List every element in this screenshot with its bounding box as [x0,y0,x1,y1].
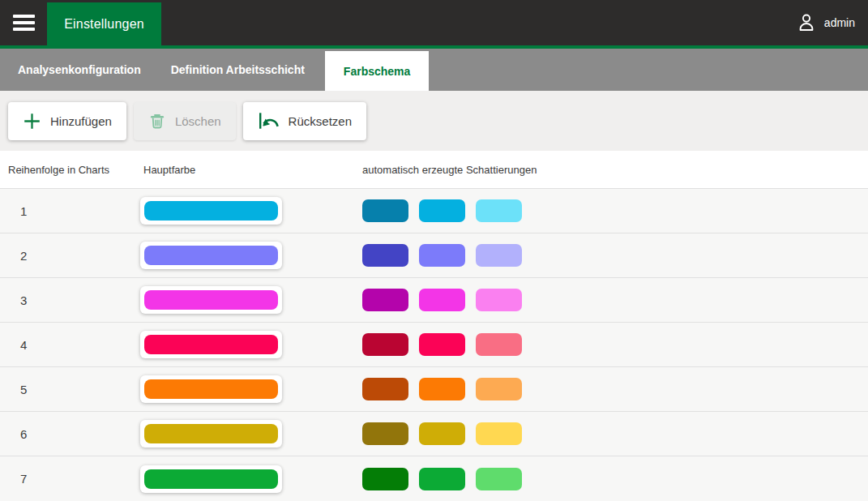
main-color-swatch [144,469,278,489]
shade-group [362,289,868,311]
main-color-swatch [144,246,278,265]
main-color-picker[interactable] [140,286,282,314]
column-header-order: Reihenfolge in Charts [0,164,140,176]
main-color-swatch [144,379,278,399]
shade-swatch-medium [419,289,465,311]
color-row[interactable]: 5 [0,366,868,411]
plus-icon [23,112,41,131]
shade-group [362,244,868,267]
shade-group [362,199,868,222]
shade-swatch-medium [419,378,465,400]
color-row[interactable]: 3 [0,277,868,322]
row-order: 7 [0,472,140,486]
shade-swatch-light [476,378,522,400]
hamburger-menu-icon[interactable] [0,0,47,45]
row-order: 2 [0,249,140,263]
shade-swatch-light [476,468,522,490]
column-header-main-color: Hauptfarbe [140,164,362,176]
shade-swatch-dark [362,378,408,400]
shade-swatch-medium [419,422,465,445]
tab-definition-arbeitsschicht[interactable]: Definition Arbeitsschicht [171,63,305,76]
row-order: 4 [0,338,140,352]
settings-tabbar: Analysenkonfiguration Definition Arbeits… [0,49,868,91]
main-color-swatch [144,335,278,354]
add-button-label: Hinzufügen [50,114,112,128]
color-row[interactable]: 4 [0,322,868,366]
shade-swatch-medium [419,244,465,267]
shade-swatch-light [476,199,522,222]
shade-swatch-light [476,333,522,356]
row-order: 5 [0,383,140,396]
shade-swatch-dark [362,289,408,311]
shade-swatch-dark [362,333,408,356]
user-menu[interactable]: admin [796,0,868,45]
color-table-header: Reihenfolge in Charts Hauptfarbe automat… [0,151,868,188]
main-color-picker[interactable] [140,375,282,403]
color-row[interactable]: 6 [0,411,868,456]
color-row[interactable]: 7 [0,456,868,501]
shade-group [362,378,868,400]
trash-icon [148,112,166,130]
main-color-picker[interactable] [140,242,282,269]
main-color-picker[interactable] [140,197,282,225]
shade-swatch-dark [362,244,408,267]
row-order: 6 [0,427,140,441]
shade-group [362,333,868,356]
shade-swatch-dark [362,199,408,222]
delete-button[interactable]: Löschen [134,102,236,140]
row-order: 3 [0,293,140,307]
undo-icon [258,112,280,130]
shade-swatch-light [476,422,522,445]
shade-swatch-dark [362,422,408,445]
color-row[interactable]: 1 [0,188,868,233]
row-order: 1 [0,204,140,218]
color-row[interactable]: 2 [0,233,868,277]
shade-group [362,422,868,445]
tab-farbschema[interactable]: Farbschema [325,51,429,91]
main-color-swatch [144,290,278,310]
shade-swatch-medium [419,333,465,356]
main-color-swatch [144,424,278,443]
main-color-swatch [144,201,278,221]
color-table-body: 1 2 3 [0,188,868,501]
topbar: Einstellungen admin [0,0,868,45]
shade-swatch-light [476,289,522,311]
shade-group [362,468,868,490]
reset-button-label: Rücksetzen [289,114,352,128]
add-button[interactable]: Hinzufügen [8,102,126,140]
person-icon [796,12,817,33]
shade-swatch-medium [419,199,465,222]
main-color-picker[interactable] [140,331,282,358]
main-color-picker[interactable] [140,420,282,447]
tab-analysenkonfiguration[interactable]: Analysenkonfiguration [18,63,141,76]
column-header-shades: automatisch erzeugte Schattierungen [362,164,868,176]
shade-swatch-light [476,244,522,267]
shade-swatch-dark [362,468,408,490]
shade-swatch-medium [419,468,465,490]
delete-button-label: Löschen [175,114,221,128]
main-color-picker[interactable] [140,465,282,493]
page-title: Einstellungen [47,2,161,45]
toolbar: Hinzufügen Löschen Rücksetzen [0,91,868,151]
reset-button[interactable]: Rücksetzen [243,102,366,140]
username-label: admin [824,16,855,29]
